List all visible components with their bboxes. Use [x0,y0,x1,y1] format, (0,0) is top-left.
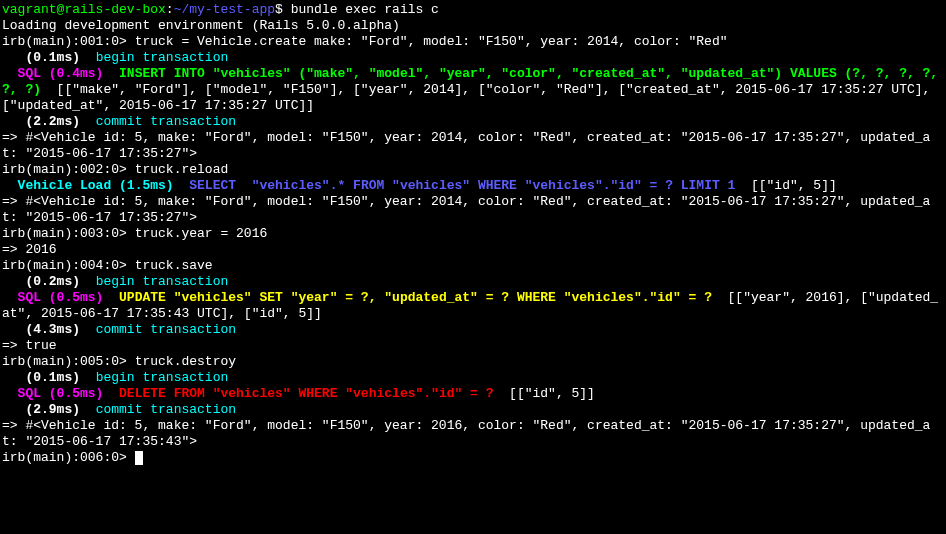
sql-load-stmt: SELECT "vehicles".* FROM "vehicles" WHER… [189,178,735,193]
shell-prompt-dollar: $ [275,2,291,17]
sql-delete-stmt: DELETE FROM "vehicles" WHERE "vehicles".… [119,386,493,401]
result-3: => 2016 [2,242,57,257]
irb-cmd-5: truck.destroy [135,354,236,369]
shell-command: bundle exec rails c [291,2,439,17]
sql-insert-params: [["make", "Ford"], ["model", "F150"], ["… [2,82,938,113]
tx-begin-text-3: begin transaction [96,370,229,385]
irb-cmd-4: truck.save [135,258,213,273]
tx-begin-text-1: begin transaction [96,50,229,65]
tx-commit-time-1: (2.2ms) [25,114,95,129]
irb-prompt-2: irb(main):002:0> [2,162,135,177]
result-2: => #<Vehicle id: 5, make: "Ford", model:… [2,194,930,225]
tx-commit-3 [2,402,25,417]
tx-begin-time-3: (0.1ms) [25,370,95,385]
irb-prompt-4: irb(main):004:0> [2,258,135,273]
tx-commit-time-3: (2.9ms) [25,402,95,417]
irb-prompt-3: irb(main):003:0> [2,226,135,241]
sql-update-label: SQL (0.5ms) [2,290,119,305]
irb-cmd-3: truck.year = 2016 [135,226,268,241]
tx-begin-1 [2,50,25,65]
sql-update-stmt: UPDATE "vehicles" SET "year" = ?, "updat… [119,290,712,305]
sql-delete-label: SQL (0.5ms) [2,386,119,401]
tx-begin-2 [2,274,25,289]
tx-commit-time-2: (4.3ms) [25,322,95,337]
sql-load-params: [["id", 5]] [735,178,836,193]
result-4: => true [2,338,57,353]
tx-begin-3 [2,370,25,385]
irb-prompt-6: irb(main):006:0> [2,450,135,465]
irb-cmd-1: truck = Vehicle.create make: "Ford", mod… [135,34,728,49]
sql-insert-label: SQL (0.4ms) [2,66,119,81]
result-5: => #<Vehicle id: 5, make: "Ford", model:… [2,418,930,449]
irb-cmd-2: truck.reload [135,162,229,177]
sql-load-label: Vehicle Load (1.5ms) [2,178,189,193]
irb-prompt-1: irb(main):001:0> [2,34,135,49]
tx-begin-text-2: begin transaction [96,274,229,289]
result-1: => #<Vehicle id: 5, make: "Ford", model:… [2,130,930,161]
rails-loading: Loading development environment (Rails 5… [2,18,400,33]
tx-commit-text-1: commit transaction [96,114,236,129]
shell-prompt-colon: : [166,2,174,17]
tx-begin-time-1: (0.1ms) [25,50,95,65]
sql-delete-params: [["id", 5]] [494,386,595,401]
tx-begin-time-2: (0.2ms) [25,274,95,289]
tx-commit-text-3: commit transaction [96,402,236,417]
terminal-cursor[interactable] [135,451,143,465]
shell-prompt-path: ~/my-test-app [174,2,275,17]
tx-commit-1 [2,114,25,129]
shell-prompt-user: vagrant@rails-dev-box [2,2,166,17]
tx-commit-text-2: commit transaction [96,322,236,337]
tx-commit-2 [2,322,25,337]
irb-prompt-5: irb(main):005:0> [2,354,135,369]
